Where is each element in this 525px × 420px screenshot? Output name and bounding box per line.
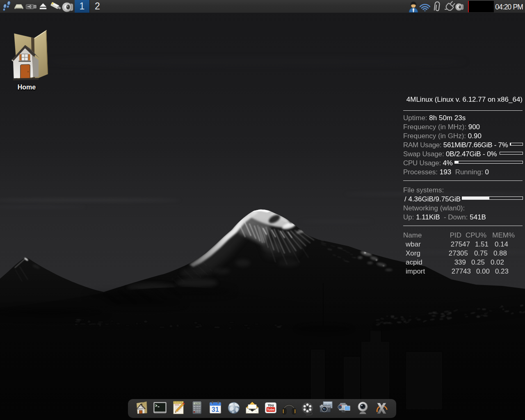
svg-text:You: You xyxy=(267,403,274,407)
svg-text:125C: 125C xyxy=(195,403,200,405)
svg-text:31: 31 xyxy=(212,406,219,413)
svg-text:Tube: Tube xyxy=(267,408,275,411)
